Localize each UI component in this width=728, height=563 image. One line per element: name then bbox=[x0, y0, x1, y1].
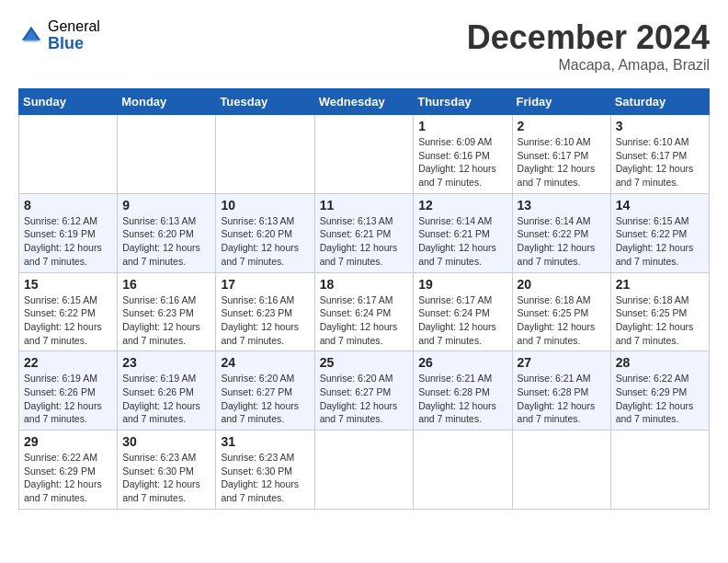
sunrise: Sunrise: 6:22 AM bbox=[24, 452, 97, 463]
header-saturday: Saturday bbox=[610, 89, 709, 115]
calendar-cell: 3 Sunrise: 6:10 AM Sunset: 6:17 PM Dayli… bbox=[610, 115, 709, 194]
sunset: Sunset: 6:21 PM bbox=[320, 228, 392, 239]
calendar-cell: 23 Sunrise: 6:19 AM Sunset: 6:26 PM Dayl… bbox=[118, 351, 216, 431]
day-info: Sunrise: 6:23 AM Sunset: 6:30 PM Dayligh… bbox=[221, 451, 309, 505]
calendar-cell: 26 Sunrise: 6:21 AM Sunset: 6:28 PM Dayl… bbox=[414, 351, 512, 431]
location: Macapa, Amapa, Brazil bbox=[467, 57, 710, 74]
day-number: 22 bbox=[24, 355, 112, 370]
day-number: 11 bbox=[320, 198, 409, 213]
header-monday: Monday bbox=[118, 89, 216, 115]
daylight: Daylight: 12 hours and 7 minutes. bbox=[320, 321, 398, 346]
day-number: 15 bbox=[24, 277, 112, 292]
sunrise: Sunrise: 6:16 AM bbox=[221, 294, 294, 305]
sunrise: Sunrise: 6:22 AM bbox=[616, 373, 689, 384]
logo-icon bbox=[18, 23, 44, 49]
calendar-cell: 19 Sunrise: 6:17 AM Sunset: 6:24 PM Dayl… bbox=[414, 272, 512, 351]
day-info: Sunrise: 6:16 AM Sunset: 6:23 PM Dayligh… bbox=[122, 293, 210, 348]
sunset: Sunset: 6:21 PM bbox=[418, 228, 490, 239]
daylight: Daylight: 12 hours and 7 minutes. bbox=[24, 478, 102, 503]
calendar-week-2: 8 Sunrise: 6:12 AM Sunset: 6:19 PM Dayli… bbox=[19, 193, 710, 272]
sunset: Sunset: 6:23 PM bbox=[221, 307, 292, 318]
calendar-cell: 20 Sunrise: 6:18 AM Sunset: 6:25 PM Dayl… bbox=[512, 272, 610, 351]
day-info: Sunrise: 6:17 AM Sunset: 6:24 PM Dayligh… bbox=[418, 293, 506, 348]
sunset: Sunset: 6:22 PM bbox=[24, 307, 96, 318]
calendar-cell: 2 Sunrise: 6:10 AM Sunset: 6:17 PM Dayli… bbox=[512, 115, 610, 194]
calendar-week-1: 1 Sunrise: 6:09 AM Sunset: 6:16 PM Dayli… bbox=[19, 115, 710, 194]
daylight: Daylight: 12 hours and 7 minutes. bbox=[24, 242, 102, 267]
day-number: 23 bbox=[122, 355, 210, 370]
calendar-cell: 1 Sunrise: 6:09 AM Sunset: 6:16 PM Dayli… bbox=[414, 115, 512, 194]
calendar-cell bbox=[118, 115, 216, 194]
sunset: Sunset: 6:25 PM bbox=[616, 307, 688, 318]
sunset: Sunset: 6:26 PM bbox=[122, 386, 194, 397]
day-number: 18 bbox=[320, 277, 409, 292]
day-info: Sunrise: 6:19 AM Sunset: 6:26 PM Dayligh… bbox=[122, 372, 210, 426]
calendar-cell: 30 Sunrise: 6:23 AM Sunset: 6:30 PM Dayl… bbox=[118, 431, 216, 510]
month-title: December 2024 bbox=[467, 18, 710, 57]
sunrise: Sunrise: 6:23 AM bbox=[122, 452, 196, 463]
daylight: Daylight: 12 hours and 7 minutes. bbox=[518, 242, 596, 267]
sunrise: Sunrise: 6:13 AM bbox=[320, 215, 393, 226]
calendar-cell: 22 Sunrise: 6:19 AM Sunset: 6:26 PM Dayl… bbox=[19, 351, 118, 431]
sunset: Sunset: 6:25 PM bbox=[518, 307, 589, 318]
calendar-cell: 25 Sunrise: 6:20 AM Sunset: 6:27 PM Dayl… bbox=[314, 351, 414, 431]
daylight: Daylight: 12 hours and 7 minutes. bbox=[221, 400, 299, 425]
day-info: Sunrise: 6:14 AM Sunset: 6:21 PM Dayligh… bbox=[418, 214, 506, 269]
sunrise: Sunrise: 6:18 AM bbox=[616, 294, 689, 305]
calendar-week-4: 22 Sunrise: 6:19 AM Sunset: 6:26 PM Dayl… bbox=[19, 351, 710, 431]
sunrise: Sunrise: 6:13 AM bbox=[122, 215, 196, 226]
day-info: Sunrise: 6:15 AM Sunset: 6:22 PM Dayligh… bbox=[24, 293, 112, 348]
day-number: 10 bbox=[221, 198, 309, 213]
sunset: Sunset: 6:16 PM bbox=[418, 150, 490, 161]
day-info: Sunrise: 6:12 AM Sunset: 6:19 PM Dayligh… bbox=[24, 214, 112, 269]
daylight: Daylight: 12 hours and 7 minutes. bbox=[418, 163, 496, 188]
day-info: Sunrise: 6:13 AM Sunset: 6:21 PM Dayligh… bbox=[320, 214, 409, 269]
sunset: Sunset: 6:24 PM bbox=[320, 307, 392, 318]
calendar-cell: 8 Sunrise: 6:12 AM Sunset: 6:19 PM Dayli… bbox=[19, 193, 118, 272]
day-number: 13 bbox=[518, 198, 606, 213]
calendar-table: SundayMondayTuesdayWednesdayThursdayFrid… bbox=[18, 88, 710, 510]
calendar-cell: 28 Sunrise: 6:22 AM Sunset: 6:29 PM Dayl… bbox=[610, 351, 709, 431]
calendar-cell bbox=[314, 115, 414, 194]
day-number: 17 bbox=[221, 277, 309, 292]
calendar-cell bbox=[314, 431, 414, 510]
sunrise: Sunrise: 6:19 AM bbox=[122, 373, 196, 384]
sunrise: Sunrise: 6:09 AM bbox=[418, 136, 492, 147]
daylight: Daylight: 12 hours and 7 minutes. bbox=[518, 321, 596, 346]
calendar-week-5: 29 Sunrise: 6:22 AM Sunset: 6:29 PM Dayl… bbox=[19, 431, 710, 510]
day-info: Sunrise: 6:20 AM Sunset: 6:27 PM Dayligh… bbox=[221, 372, 309, 426]
calendar-cell bbox=[216, 115, 314, 194]
sunset: Sunset: 6:29 PM bbox=[24, 465, 96, 477]
day-info: Sunrise: 6:10 AM Sunset: 6:17 PM Dayligh… bbox=[616, 135, 704, 190]
day-number: 3 bbox=[616, 119, 704, 133]
daylight: Daylight: 12 hours and 7 minutes. bbox=[24, 400, 102, 425]
sunset: Sunset: 6:22 PM bbox=[518, 228, 589, 239]
daylight: Daylight: 12 hours and 7 minutes. bbox=[320, 242, 398, 267]
day-info: Sunrise: 6:09 AM Sunset: 6:16 PM Dayligh… bbox=[418, 135, 506, 190]
sunrise: Sunrise: 6:14 AM bbox=[518, 215, 591, 226]
sunrise: Sunrise: 6:20 AM bbox=[320, 373, 393, 384]
daylight: Daylight: 12 hours and 7 minutes. bbox=[418, 242, 496, 267]
sunset: Sunset: 6:20 PM bbox=[221, 228, 292, 239]
daylight: Daylight: 12 hours and 7 minutes. bbox=[418, 321, 496, 346]
day-number: 25 bbox=[320, 355, 409, 370]
sunrise: Sunrise: 6:16 AM bbox=[122, 294, 196, 305]
calendar-cell: 17 Sunrise: 6:16 AM Sunset: 6:23 PM Dayl… bbox=[216, 272, 314, 351]
calendar-cell: 10 Sunrise: 6:13 AM Sunset: 6:20 PM Dayl… bbox=[216, 193, 314, 272]
calendar-cell: 27 Sunrise: 6:21 AM Sunset: 6:28 PM Dayl… bbox=[512, 351, 610, 431]
calendar-cell bbox=[512, 431, 610, 510]
calendar-cell: 18 Sunrise: 6:17 AM Sunset: 6:24 PM Dayl… bbox=[314, 272, 414, 351]
day-info: Sunrise: 6:15 AM Sunset: 6:22 PM Dayligh… bbox=[616, 214, 704, 269]
sunrise: Sunrise: 6:18 AM bbox=[518, 294, 591, 305]
logo: General Blue bbox=[18, 18, 100, 52]
day-number: 12 bbox=[418, 198, 506, 213]
calendar-cell: 29 Sunrise: 6:22 AM Sunset: 6:29 PM Dayl… bbox=[19, 431, 118, 510]
daylight: Daylight: 12 hours and 7 minutes. bbox=[418, 400, 496, 425]
daylight: Daylight: 12 hours and 7 minutes. bbox=[616, 400, 694, 425]
day-number: 8 bbox=[24, 198, 112, 213]
daylight: Daylight: 12 hours and 7 minutes. bbox=[320, 400, 398, 425]
daylight: Daylight: 12 hours and 7 minutes. bbox=[616, 163, 694, 188]
daylight: Daylight: 12 hours and 7 minutes. bbox=[518, 400, 596, 425]
day-info: Sunrise: 6:13 AM Sunset: 6:20 PM Dayligh… bbox=[122, 214, 210, 269]
day-number: 21 bbox=[616, 277, 704, 292]
